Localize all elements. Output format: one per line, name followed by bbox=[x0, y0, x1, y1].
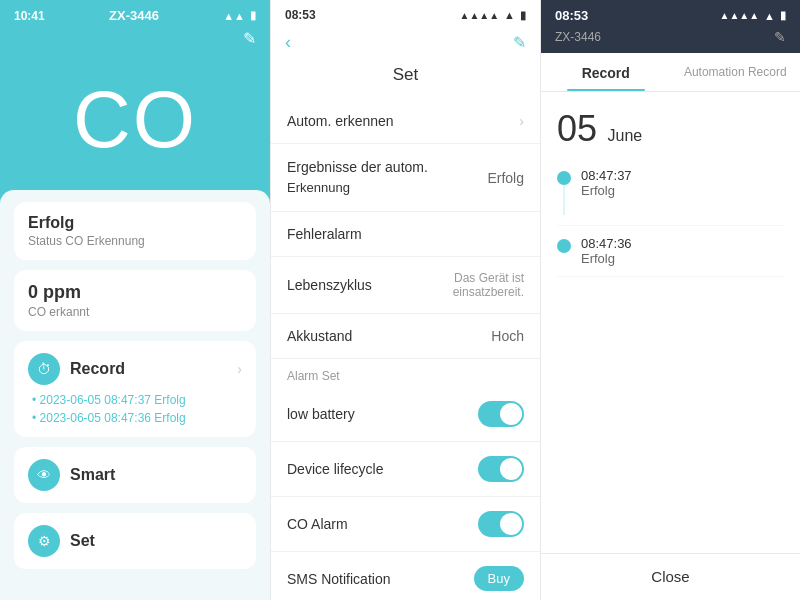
middle-panel: 08:53 ▲▲▲▲ ▲ ▮ ‹ ✎ Set Autom. erkennen ›… bbox=[270, 0, 540, 600]
middle-time: 08:53 bbox=[285, 8, 316, 22]
fehler-label: Fehleralarm bbox=[287, 226, 362, 242]
right-status-icons: ▲▲▲▲ ▲ ▮ bbox=[720, 9, 786, 22]
right-time: 08:53 bbox=[555, 8, 588, 23]
left-panel: 10:41 ZX-3446 ▲▲ ▮ ✎ CO Erfolg Status CO… bbox=[0, 0, 270, 600]
battery-icon: ▮ bbox=[250, 9, 256, 22]
left-status-bar: 10:41 ZX-3446 ▲▲ ▮ bbox=[0, 0, 270, 27]
tab-automation-record[interactable]: Automation Record bbox=[671, 53, 801, 91]
autom-arrow-icon: › bbox=[519, 113, 524, 129]
lowbattery-label: low battery bbox=[287, 406, 355, 422]
ergebnisse-label: Ergebnisse der autom.Erkennung bbox=[287, 158, 428, 197]
left-status-icons: ▲▲ ▮ bbox=[223, 9, 256, 22]
smart-icon: 👁 bbox=[28, 459, 60, 491]
record-day: 05 bbox=[557, 108, 597, 149]
middle-top-bar: ‹ ✎ bbox=[271, 26, 540, 63]
ppm-label: CO erkannt bbox=[28, 305, 242, 319]
alarm-set-header: Alarm Set bbox=[271, 359, 540, 387]
settings-item-lebenszyklus: Lebenszyklus Das Gerät ist einsatzbereit… bbox=[271, 257, 540, 314]
smart-title: Smart bbox=[70, 466, 115, 484]
autom-label: Autom. erkennen bbox=[287, 113, 394, 129]
record-dot-2 bbox=[557, 239, 571, 253]
left-device-name: ZX-3446 bbox=[109, 8, 159, 23]
record-entry-1: 2023-06-05 08:47:37 Erfolg bbox=[32, 393, 242, 407]
middle-edit-icon[interactable]: ✎ bbox=[513, 33, 526, 52]
lowbattery-toggle[interactable] bbox=[478, 401, 524, 427]
wifi-icon-mid: ▲ bbox=[504, 9, 515, 21]
record-entry-2: 2023-06-05 08:47:36 Erfolg bbox=[32, 411, 242, 425]
right-device-header: ZX-3446 ✎ bbox=[541, 27, 800, 53]
right-tabs: Record Automation Record bbox=[541, 53, 800, 92]
wifi-icon: ▲▲ bbox=[223, 10, 245, 22]
right-wifi-icon: ▲ bbox=[764, 10, 775, 22]
set-title: Set bbox=[70, 532, 95, 550]
settings-item-akku: Akkustand Hoch bbox=[271, 314, 540, 359]
signal-icon: ▲▲▲▲ bbox=[460, 10, 500, 21]
smart-card[interactable]: 👁 Smart bbox=[14, 447, 256, 503]
lifecycle-toggle[interactable] bbox=[478, 456, 524, 482]
record-month: June bbox=[608, 127, 643, 144]
close-button[interactable]: Close bbox=[555, 568, 786, 585]
ppm-value: 0 ppm bbox=[28, 282, 242, 303]
set-icon: ⚙ bbox=[28, 525, 60, 557]
right-signal-icon: ▲▲▲▲ bbox=[720, 10, 760, 21]
record-arrow-icon: › bbox=[237, 361, 242, 377]
status-subtitle: Status CO Erkennung bbox=[28, 234, 242, 248]
record-list: 08:47:37 Erfolg 08:47:36 Erfolg bbox=[541, 158, 800, 553]
ergebnisse-value: Erfolg bbox=[487, 170, 524, 186]
screen-title: Set bbox=[271, 63, 540, 99]
akku-label: Akkustand bbox=[287, 328, 352, 344]
settings-item-lowbattery: low battery bbox=[271, 387, 540, 442]
record-icon: ⏱ bbox=[28, 353, 60, 385]
right-edit-icon[interactable]: ✎ bbox=[774, 29, 786, 45]
settings-item-fehler[interactable]: Fehleralarm bbox=[271, 212, 540, 257]
co-display: CO bbox=[0, 50, 270, 190]
coalarm-toggle[interactable] bbox=[478, 511, 524, 537]
record-list-item-1: 08:47:37 Erfolg bbox=[557, 158, 784, 226]
right-panel: 08:53 ▲▲▲▲ ▲ ▮ ZX-3446 ✎ Record Automati… bbox=[540, 0, 800, 600]
record-entries: 2023-06-05 08:47:37 Erfolg 2023-06-05 08… bbox=[28, 393, 242, 425]
akku-value: Hoch bbox=[491, 328, 524, 344]
close-bar: Close bbox=[541, 553, 800, 600]
settings-item-coalarm: CO Alarm bbox=[271, 497, 540, 552]
record-info-2: 08:47:36 Erfolg bbox=[581, 236, 632, 266]
record-info-1: 08:47:37 Erfolg bbox=[581, 168, 632, 198]
lebenszyklus-value: Das Gerät ist einsatzbereit. bbox=[394, 271, 524, 299]
record-card[interactable]: ⏱ Record › 2023-06-05 08:47:37 Erfolg 20… bbox=[14, 341, 256, 437]
settings-item-ergebnisse: Ergebnisse der autom.Erkennung Erfolg bbox=[271, 144, 540, 212]
cards-area: Erfolg Status CO Erkennung 0 ppm CO erka… bbox=[0, 190, 270, 600]
right-device-name: ZX-3446 bbox=[555, 30, 601, 44]
battery-icon-mid: ▮ bbox=[520, 9, 526, 22]
middle-status-bar: 08:53 ▲▲▲▲ ▲ ▮ bbox=[271, 0, 540, 26]
sms-label: SMS Notification bbox=[287, 571, 390, 587]
coalarm-label: CO Alarm bbox=[287, 516, 348, 532]
co-label: CO bbox=[73, 74, 197, 166]
right-battery-icon: ▮ bbox=[780, 9, 786, 22]
set-card[interactable]: ⚙ Set bbox=[14, 513, 256, 569]
status-title: Erfolg bbox=[28, 214, 242, 232]
left-header-actions: ✎ bbox=[0, 27, 270, 50]
middle-status-icons: ▲▲▲▲ ▲ ▮ bbox=[460, 9, 526, 22]
lifecycle-label: Device lifecycle bbox=[287, 461, 383, 477]
record-time-1: 08:47:37 bbox=[581, 168, 632, 183]
record-list-item-2: 08:47:36 Erfolg bbox=[557, 226, 784, 277]
tab-record[interactable]: Record bbox=[541, 53, 671, 91]
left-time: 10:41 bbox=[14, 9, 45, 23]
settings-item-sms: SMS Notification Buy bbox=[271, 552, 540, 600]
sms-buy-button[interactable]: Buy bbox=[474, 566, 524, 591]
status-card: Erfolg Status CO Erkennung bbox=[14, 202, 256, 260]
right-status-bar: 08:53 ▲▲▲▲ ▲ ▮ bbox=[541, 0, 800, 27]
edit-icon[interactable]: ✎ bbox=[243, 29, 256, 48]
record-status-2: Erfolg bbox=[581, 251, 632, 266]
settings-item-lifecycle: Device lifecycle bbox=[271, 442, 540, 497]
record-date: 05 June bbox=[541, 92, 800, 158]
settings-item-autom[interactable]: Autom. erkennen › bbox=[271, 99, 540, 144]
settings-list: Autom. erkennen › Ergebnisse der autom.E… bbox=[271, 99, 540, 600]
ppm-card: 0 ppm CO erkannt bbox=[14, 270, 256, 331]
record-status-1: Erfolg bbox=[581, 183, 632, 198]
record-dot-1 bbox=[557, 171, 571, 185]
lebenszyklus-label: Lebenszyklus bbox=[287, 277, 372, 293]
record-time-2: 08:47:36 bbox=[581, 236, 632, 251]
back-button[interactable]: ‹ bbox=[285, 32, 291, 53]
record-title: Record bbox=[70, 360, 237, 378]
